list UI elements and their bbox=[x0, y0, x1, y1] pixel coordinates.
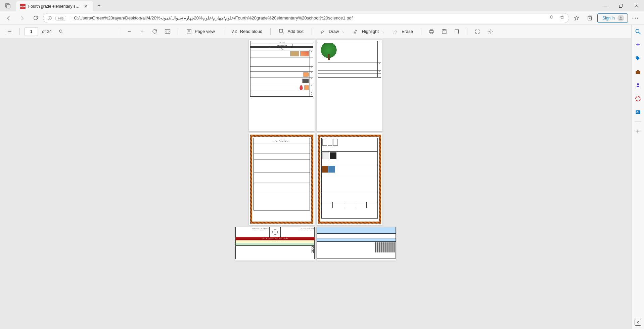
svg-text:T: T bbox=[280, 30, 282, 32]
add-text-button[interactable]: T Add text bbox=[275, 26, 307, 37]
pdf-viewport[interactable]: باسمه تعالی سال چهارم دبستان سؤالات 1 2 … bbox=[0, 38, 631, 329]
svg-point-14 bbox=[620, 16, 622, 18]
contents-button[interactable] bbox=[4, 26, 15, 37]
sidebar-discover-icon[interactable] bbox=[634, 41, 642, 49]
svg-point-22 bbox=[7, 31, 8, 32]
tab-actions-button[interactable] bbox=[0, 0, 16, 11]
svg-point-53 bbox=[637, 112, 638, 113]
pdf-settings-button[interactable] bbox=[485, 26, 496, 37]
find-button[interactable] bbox=[56, 26, 66, 37]
svg-point-42 bbox=[490, 31, 491, 32]
svg-rect-1 bbox=[7, 5, 10, 8]
svg-line-8 bbox=[553, 18, 554, 19]
svg-point-21 bbox=[7, 30, 8, 30]
svg-rect-36 bbox=[430, 29, 433, 31]
pdf-icon: PDF bbox=[20, 4, 26, 9]
svg-rect-47 bbox=[636, 71, 640, 74]
page-number-input[interactable] bbox=[25, 27, 38, 36]
menu-button[interactable] bbox=[629, 13, 641, 23]
svg-line-45 bbox=[639, 33, 640, 34]
signin-button[interactable]: Sign in bbox=[597, 13, 628, 23]
emblem-icon bbox=[270, 227, 280, 237]
questions-label: سؤالات bbox=[250, 48, 313, 50]
favorite-icon[interactable] bbox=[559, 15, 565, 21]
svg-point-23 bbox=[7, 33, 8, 33]
svg-point-17 bbox=[637, 17, 638, 18]
sidebar-tools-icon[interactable] bbox=[634, 68, 642, 76]
page-view-button[interactable]: Page view bbox=[183, 26, 218, 37]
zoom-icon[interactable] bbox=[549, 15, 555, 21]
svg-rect-3 bbox=[620, 4, 623, 7]
svg-point-50 bbox=[636, 96, 640, 101]
svg-point-44 bbox=[636, 29, 639, 33]
svg-point-24 bbox=[59, 30, 62, 32]
svg-point-15 bbox=[633, 17, 634, 18]
page-header: باسمه تعالی bbox=[250, 41, 313, 44]
info-icon bbox=[47, 16, 52, 20]
svg-point-46 bbox=[636, 57, 637, 58]
separator: | bbox=[70, 15, 71, 20]
chevron-down-icon: ⌵ bbox=[382, 30, 384, 33]
pdf-page-1[interactable]: باسمه تعالی سال چهارم دبستان سؤالات 1 2 … bbox=[249, 40, 315, 131]
signin-label: Sign in bbox=[602, 16, 615, 20]
svg-line-25 bbox=[62, 32, 63, 33]
close-window-button[interactable]: ✕ bbox=[629, 0, 644, 11]
pdf-page-3[interactable]: باسمه تعالی آزمون ماده کاغذی نیمسال اول bbox=[249, 133, 315, 225]
fit-page-button[interactable] bbox=[162, 26, 173, 37]
print-button[interactable] bbox=[426, 26, 437, 37]
svg-rect-48 bbox=[637, 70, 639, 71]
collections-button[interactable] bbox=[584, 13, 596, 23]
edge-sidebar: + bbox=[631, 25, 644, 329]
pdf-page-2[interactable]: 8 9 bbox=[317, 40, 382, 131]
org-label: اداره‌ی آموزش و پرورش bbox=[280, 227, 314, 237]
sidebar-search-icon[interactable] bbox=[634, 28, 642, 36]
maximize-button[interactable] bbox=[613, 0, 629, 11]
avatar-icon bbox=[617, 15, 624, 21]
instruction-banner: کاملاً راحت و سبک بپوشید و همانند اهل کت… bbox=[235, 237, 315, 240]
sidebar-collapse-button[interactable] bbox=[635, 319, 641, 326]
pdf-page-6[interactable] bbox=[317, 227, 396, 261]
file-badge: File bbox=[55, 16, 66, 20]
svg-text:A: A bbox=[232, 29, 234, 33]
svg-point-6 bbox=[49, 17, 50, 17]
draw-button[interactable]: Draw ⌵ bbox=[317, 26, 348, 37]
sidebar-outlook-icon[interactable] bbox=[634, 108, 642, 116]
svg-rect-38 bbox=[430, 32, 433, 34]
erase-label: Erase bbox=[402, 29, 413, 34]
svg-rect-40 bbox=[443, 30, 445, 31]
back-button[interactable] bbox=[3, 13, 15, 23]
sidebar-shopping-icon[interactable] bbox=[634, 54, 642, 62]
exam-name: آزمون: علوم تجربی (نوبت اول) bbox=[236, 228, 269, 229]
save-button[interactable] bbox=[439, 26, 450, 37]
forward-button bbox=[16, 13, 28, 23]
svg-rect-39 bbox=[442, 30, 446, 34]
draw-label: Draw bbox=[329, 29, 339, 34]
favorites-button[interactable] bbox=[570, 13, 583, 23]
fullscreen-button[interactable] bbox=[472, 26, 483, 37]
refresh-button[interactable] bbox=[30, 13, 42, 23]
save-as-button[interactable] bbox=[452, 26, 462, 37]
tab-title: Fourth grade elementary school bbox=[28, 4, 80, 9]
pdf-page-4[interactable] bbox=[317, 133, 382, 225]
svg-point-49 bbox=[637, 83, 639, 85]
rotate-button[interactable] bbox=[149, 26, 160, 37]
tab-close-button[interactable]: ✕ bbox=[83, 4, 89, 9]
exam-subtitle: آزمون ماده کاغذی نیمسال اول bbox=[255, 141, 309, 142]
address-bar[interactable]: File | C:/Users/Green%20rayan/Desktop/al… bbox=[43, 13, 569, 23]
browser-tab[interactable]: PDF Fourth grade elementary school ✕ bbox=[16, 1, 93, 11]
sidebar-games-icon[interactable] bbox=[634, 81, 642, 89]
read-aloud-button[interactable]: A Read aloud bbox=[228, 26, 266, 37]
erase-button[interactable]: Erase bbox=[389, 26, 416, 37]
chevron-down-icon: ⌵ bbox=[342, 30, 344, 33]
sidebar-add-icon[interactable]: + bbox=[634, 127, 642, 135]
page-view-label: Page view bbox=[195, 29, 215, 34]
highlight-button[interactable]: Highlight ⌵ bbox=[350, 26, 387, 37]
minimize-button[interactable]: — bbox=[598, 0, 613, 11]
sidebar-m365-icon[interactable] bbox=[634, 95, 642, 103]
pdf-page-5[interactable]: آزمون: علوم تجربی (نوبت اول) اداره‌ی آمو… bbox=[235, 227, 315, 261]
zoom-out-button[interactable]: − bbox=[124, 26, 135, 37]
zoom-in-button[interactable]: + bbox=[137, 26, 147, 37]
highlight-label: Highlight bbox=[362, 29, 379, 34]
read-aloud-label: Read aloud bbox=[240, 29, 263, 34]
new-tab-button[interactable]: + bbox=[93, 0, 105, 11]
